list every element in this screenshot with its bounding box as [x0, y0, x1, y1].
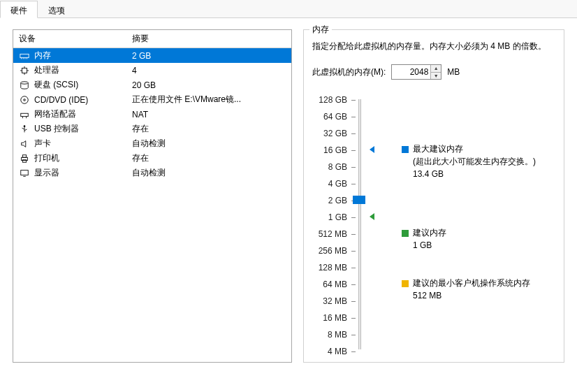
scale-tick: 32 MB — [315, 296, 356, 306]
scale-tick: 8 GB — [315, 162, 356, 172]
rec-marker-square-icon — [402, 230, 409, 237]
memory-icon — [19, 50, 30, 61]
device-row[interactable]: 打印机存在 — [13, 151, 291, 166]
memory-group-title: 内存 — [309, 24, 332, 36]
scale-label: 4 MB — [315, 347, 351, 356]
device-summary: 自动检测 — [131, 138, 291, 150]
scale-label: 512 MB — [315, 229, 351, 239]
device-row[interactable]: 声卡自动检测 — [13, 136, 291, 151]
device-summary: 4 — [131, 66, 291, 75]
memory-description: 指定分配给此虚拟机的内存量。内存大小必须为 4 MB 的倍数。 — [312, 40, 555, 53]
cd-icon — [19, 94, 30, 106]
min-legend-title: 建议的最小客户机操作系统内存 — [413, 277, 530, 289]
memory-scale-track[interactable] — [358, 99, 361, 349]
device-row[interactable]: USB 控制器存在 — [13, 122, 291, 136]
scale-tick: 4 GB — [315, 179, 356, 189]
device-name: 声卡 — [34, 138, 51, 150]
memory-spin-down[interactable]: ▼ — [430, 73, 441, 80]
scale-tick: 64 MB — [315, 280, 356, 289]
memory-input-label: 此虚拟机的内存(M): — [312, 66, 386, 78]
tab-hardware[interactable]: 硬件 — [0, 1, 38, 18]
device-row[interactable]: 处理器4 — [13, 63, 291, 78]
device-row[interactable]: 显示器自动检测 — [13, 166, 291, 180]
device-row[interactable]: 内存2 GB — [13, 48, 291, 63]
scale-tick: 128 MB — [315, 263, 356, 273]
device-summary: 正在使用文件 E:\VMware镜... — [131, 94, 291, 106]
scale-label: 128 GB — [315, 95, 351, 105]
scale-tick: 1 GB — [315, 212, 356, 222]
max-legend: 最大建议内存 (超出此大小可能发生内存交换。) 13.4 GB — [413, 143, 536, 180]
device-name: 显示器 — [34, 167, 59, 179]
rec-legend: 建议内存 1 GB — [413, 226, 446, 252]
device-row[interactable]: CD/DVD (IDE)正在使用文件 E:\VMware镜... — [13, 92, 291, 107]
svg-line-18 — [22, 128, 25, 129]
device-summary: 2 GB — [131, 51, 291, 61]
device-list: 设备 摘要 内存2 GB处理器4硬盘 (SCSI)20 GBCD/DVD (ID… — [13, 29, 292, 363]
device-name: 网络适配器 — [34, 108, 76, 120]
disk-icon — [19, 80, 30, 91]
device-summary: 20 GB — [131, 80, 291, 90]
device-summary: 存在 — [131, 123, 291, 135]
rec-legend-title: 建议内存 — [413, 226, 446, 239]
svg-line-19 — [24, 129, 27, 131]
scale-tick: 8 MB — [315, 330, 356, 340]
device-name: 打印机 — [34, 152, 59, 164]
header-device: 设备 — [13, 33, 131, 45]
scale-label: 32 GB — [315, 129, 351, 138]
device-summary: 存在 — [131, 152, 291, 164]
svg-point-11 — [21, 96, 29, 103]
scale-tick: 512 MB — [315, 229, 356, 239]
memory-scale: 128 GB64 GB32 GB16 GB8 GB4 GB2 GB1 GB512… — [315, 95, 555, 354]
max-legend-value: 13.4 GB — [413, 168, 536, 180]
device-name: CD/DVD (IDE) — [34, 95, 88, 105]
min-legend-value: 512 MB — [413, 289, 530, 302]
svg-rect-5 — [22, 68, 27, 73]
sound-icon — [19, 138, 30, 150]
tab-options[interactable]: 选项 — [38, 1, 75, 18]
device-row[interactable]: 网络适配器NAT — [13, 107, 291, 122]
scale-label: 256 MB — [315, 246, 351, 256]
usb-icon — [19, 124, 30, 135]
scale-label: 128 MB — [315, 263, 351, 273]
scale-label: 32 MB — [315, 296, 351, 306]
min-marker-square-icon — [402, 280, 409, 287]
scale-tick: 4 MB — [315, 347, 356, 356]
scale-tick: 16 MB — [315, 313, 356, 323]
svg-rect-23 — [21, 170, 29, 175]
rec-marker-icon — [370, 213, 374, 220]
scale-label: 4 GB — [315, 179, 351, 189]
svg-rect-21 — [22, 154, 26, 157]
cpu-icon — [19, 65, 30, 76]
min-legend: 建议的最小客户机操作系统内存 512 MB — [413, 277, 530, 302]
device-name: 处理器 — [34, 64, 59, 76]
tab-bar: 硬件 选项 — [0, 0, 577, 18]
scale-tick: 256 MB — [315, 246, 356, 256]
scale-tick: 16 GB — [315, 145, 356, 155]
max-legend-note: (超出此大小可能发生内存交换。) — [413, 155, 536, 168]
scale-label: 16 MB — [315, 313, 351, 323]
memory-unit: MB — [447, 67, 460, 77]
scale-label: 8 MB — [315, 330, 351, 340]
scale-label: 8 GB — [315, 162, 351, 172]
max-legend-title: 最大建议内存 — [413, 143, 536, 155]
scale-tick: 128 GB — [315, 95, 356, 105]
device-list-header: 设备 摘要 — [13, 30, 291, 48]
device-name: 内存 — [34, 50, 51, 61]
display-icon — [19, 168, 30, 179]
scale-label: 64 GB — [315, 112, 351, 122]
svg-rect-0 — [20, 54, 29, 57]
memory-spin-up[interactable]: ▲ — [430, 65, 441, 73]
device-name: USB 控制器 — [34, 123, 79, 135]
memory-slider-thumb[interactable] — [353, 196, 365, 204]
device-summary: 自动检测 — [131, 167, 291, 179]
header-summary: 摘要 — [131, 33, 291, 45]
scale-label: 1 GB — [315, 212, 351, 222]
device-row[interactable]: 硬盘 (SCSI)20 GB — [13, 78, 291, 92]
memory-group: 内存 指定分配给此虚拟机的内存量。内存大小必须为 4 MB 的倍数。 此虚拟机的… — [303, 29, 564, 363]
scale-label: 64 MB — [315, 280, 351, 289]
max-marker-square-icon — [402, 146, 409, 153]
scale-label: 2 GB — [315, 196, 351, 205]
scale-tick: 32 GB — [315, 129, 356, 138]
svg-point-10 — [21, 81, 29, 84]
device-summary: NAT — [131, 110, 291, 119]
